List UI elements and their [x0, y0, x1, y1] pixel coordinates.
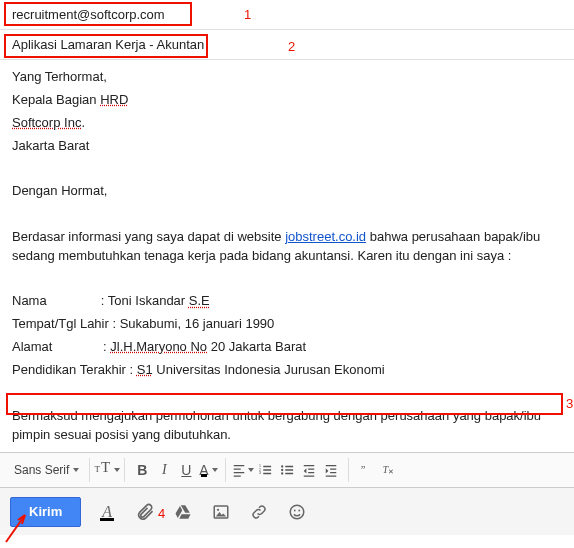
underline-button[interactable]: U: [175, 459, 197, 481]
row-alamat: Alamat : Jl.H.Maryono No 20 Jakarta Bara…: [12, 338, 562, 357]
send-button[interactable]: Kirim: [10, 497, 81, 527]
send-label: Kirim: [29, 504, 62, 519]
bulleted-list-button[interactable]: [276, 459, 298, 481]
svg-point-13: [299, 509, 301, 511]
paperclip-icon: [135, 502, 155, 522]
svg-text:3: 3: [259, 471, 261, 475]
chevron-down-icon: [73, 468, 79, 472]
text-color-button[interactable]: A: [197, 459, 219, 481]
paragraph-2: Bermaksud mengajukan permohonan untuk be…: [12, 407, 562, 445]
subject-field[interactable]: Aplikasi Lamaran Kerja - Akuntan: [0, 30, 574, 60]
action-toolbar: Kirim A: [0, 487, 574, 535]
subject-value: Aplikasi Lamaran Kerja - Akuntan: [12, 37, 204, 52]
insert-photo-button[interactable]: [209, 500, 233, 524]
svg-text:✕: ✕: [388, 468, 394, 475]
link-icon: [250, 503, 268, 521]
insert-drive-button[interactable]: [171, 500, 195, 524]
row-ttl: Tempat/Tgl Lahir : Sukabumi, 16 januari …: [12, 315, 562, 334]
indent-less-button[interactable]: [298, 459, 320, 481]
numbered-list-button[interactable]: 123: [254, 459, 276, 481]
svg-text:”: ”: [361, 464, 366, 475]
font-family-select[interactable]: Sans Serif: [10, 463, 83, 477]
format-toggle-button[interactable]: A: [95, 500, 119, 524]
salutation: Dengan Hormat,: [12, 182, 562, 201]
align-button[interactable]: [232, 459, 254, 481]
indent-more-button[interactable]: [320, 459, 342, 481]
attach-file-button[interactable]: [133, 500, 157, 524]
greeting-line2: Kepala Bagian HRD: [12, 91, 562, 110]
insert-emoji-button[interactable]: [285, 500, 309, 524]
formatting-toolbar: Sans Serif TT B I U A 123 ”: [0, 452, 574, 487]
italic-button[interactable]: I: [153, 459, 175, 481]
font-size-button[interactable]: TT: [96, 459, 118, 481]
company-line: Softcorp Inc.: [12, 114, 562, 133]
to-field[interactable]: recruitment@softcorp.com: [0, 0, 574, 30]
chevron-down-icon: [114, 468, 120, 472]
drive-icon: [174, 503, 192, 521]
quote-button[interactable]: ”: [355, 459, 377, 481]
city-line: Jakarta Barat: [12, 137, 562, 156]
svg-point-3: [281, 465, 283, 467]
svg-point-11: [290, 505, 304, 519]
row-nama: Nama : Toni Iskandar S.E: [12, 292, 562, 311]
svg-point-10: [217, 508, 219, 510]
greeting-line1: Yang Terhormat,: [12, 68, 562, 87]
font-family-label: Sans Serif: [14, 463, 69, 477]
emoji-icon: [288, 503, 306, 521]
chevron-down-icon: [212, 468, 218, 472]
to-value: recruitment@softcorp.com: [12, 7, 165, 22]
jobstreet-link[interactable]: jobstreet.co.id: [285, 229, 366, 244]
insert-link-button[interactable]: [247, 500, 271, 524]
paragraph-1: Berdasar informasi yang saya dapat di we…: [12, 228, 562, 266]
image-icon: [212, 503, 230, 521]
svg-point-4: [281, 469, 283, 471]
bold-button[interactable]: B: [131, 459, 153, 481]
svg-point-12: [294, 509, 296, 511]
row-pendidikan: Pendidikan Terakhir : S1 Universitas Ind…: [12, 361, 562, 380]
email-body[interactable]: Yang Terhormat, Kepala Bagian HRD Softco…: [0, 60, 574, 452]
svg-point-5: [281, 472, 283, 474]
remove-formatting-button[interactable]: T✕: [377, 459, 399, 481]
